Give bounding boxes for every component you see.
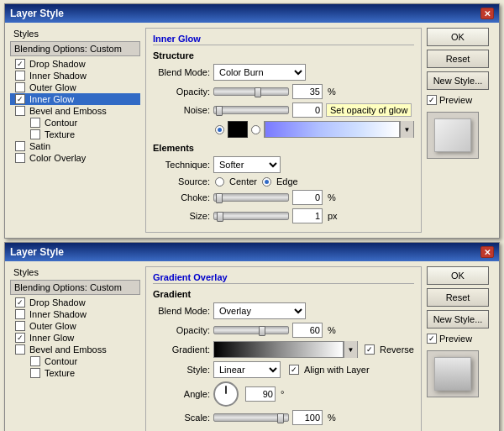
gradient-dropdown-arrow-1[interactable]: ▼ (400, 121, 413, 138)
blending-options-1[interactable]: Blending Options: Custom (10, 41, 140, 56)
scale-slider-2[interactable] (213, 413, 289, 422)
opacity-input-2[interactable]: 60 (292, 323, 323, 338)
title-1: Layer Style (10, 8, 64, 19)
sidebar-item-outer-glow-2[interactable]: Outer Glow (10, 320, 140, 332)
checkbox-bevel-2[interactable] (15, 344, 25, 355)
blend-mode-label-1: Blend Mode: (153, 67, 210, 77)
opacity-label-1: Opacity: (153, 87, 210, 97)
checkbox-satin-1[interactable] (15, 141, 25, 151)
align-layer-checkbox-2[interactable] (289, 365, 299, 375)
blend-mode-select-2[interactable]: Overlay Normal Color Burn (213, 302, 306, 319)
sidebar-item-outer-glow-1[interactable]: Outer Glow (10, 81, 140, 93)
checkbox-outer-glow-1[interactable] (15, 82, 25, 92)
checkbox-bevel-1[interactable] (15, 106, 25, 116)
size-slider-1[interactable] (213, 212, 289, 220)
checkbox-contour-1[interactable] (30, 118, 40, 128)
section-title-2: Gradient Overlay (153, 272, 414, 284)
label-texture-2: Texture (45, 368, 75, 378)
label-outer-glow-2: Outer Glow (29, 321, 76, 331)
style-select-2[interactable]: Linear Radial Angle (213, 361, 281, 378)
new-style-button-1[interactable]: New Style... (427, 71, 489, 90)
sidebar-item-texture-1[interactable]: Texture (10, 129, 140, 140)
style-label-2: Style: (153, 365, 210, 375)
gradient-dropdown-2[interactable]: ▼ (213, 341, 358, 358)
right-panel-2: OK Reset New Style... Preview (427, 266, 494, 431)
checkbox-inner-shadow-2[interactable] (15, 309, 25, 319)
center-panel-2: Gradient Overlay Gradient Blend Mode: Ov… (145, 266, 422, 431)
sidebar-item-bevel-2[interactable]: Bevel and Emboss (10, 344, 140, 355)
ok-button-2[interactable]: OK (427, 266, 489, 285)
checkbox-inner-shadow-1[interactable] (15, 71, 25, 81)
reverse-checkbox-2[interactable] (365, 344, 375, 355)
preview-check-2[interactable] (427, 334, 437, 344)
close-button-2[interactable]: ✕ (480, 246, 494, 258)
ok-button-1[interactable]: OK (427, 28, 489, 46)
sidebar-item-contour-2[interactable]: Contour (10, 355, 140, 367)
radio-edge-1[interactable] (262, 177, 271, 187)
reset-button-1[interactable]: Reset (427, 50, 489, 68)
close-button-1[interactable]: ✕ (480, 8, 494, 19)
checkbox-texture-2[interactable] (30, 368, 40, 378)
size-input-1[interactable]: 1 (292, 208, 323, 223)
blend-mode-select-1[interactable]: Color Burn Normal Overlay (213, 64, 306, 81)
checkbox-drop-shadow-1[interactable] (15, 59, 25, 69)
opacity-slider-2[interactable] (213, 326, 289, 334)
scale-input-2[interactable]: 100 (292, 410, 323, 425)
sidebar-item-color-overlay-1[interactable]: Color Overlay (10, 152, 140, 164)
label-bevel-2: Bevel and Emboss (29, 344, 107, 355)
checkbox-texture-1[interactable] (30, 129, 40, 139)
checkbox-color-overlay-1[interactable] (15, 153, 25, 163)
sidebar-item-satin-1[interactable]: Satin (10, 140, 140, 152)
blend-mode-row-1: Blend Mode: Color Burn Normal Overlay (153, 64, 414, 81)
technique-select-1[interactable]: Softer Precise (213, 156, 281, 173)
technique-label-1: Technique: (153, 160, 210, 170)
noise-slider-1[interactable] (213, 106, 289, 114)
gradient-preview-1[interactable] (265, 121, 400, 138)
angle-dial-2[interactable] (213, 381, 239, 407)
color-row-1: ▼ (153, 121, 414, 138)
angle-input-2[interactable]: 90 (245, 386, 276, 402)
sidebar-item-texture-2[interactable]: Texture (10, 367, 140, 379)
sidebar-item-drop-shadow-1[interactable]: Drop Shadow (10, 58, 140, 70)
opacity-slider-1[interactable] (213, 87, 289, 96)
checkbox-outer-glow-2[interactable] (15, 321, 25, 331)
label-satin-1: Satin (29, 141, 50, 151)
sidebar-item-bevel-1[interactable]: Bevel and Emboss (10, 105, 140, 117)
checkbox-inner-glow-1[interactable] (15, 94, 25, 104)
choke-input-1[interactable]: 0 (292, 190, 323, 205)
preview-inner-1 (434, 118, 471, 152)
dialog-body-1: Styles Blending Options: Custom Drop Sha… (5, 23, 499, 238)
choke-row-1: Choke: 0 % (153, 190, 414, 205)
noise-input-1[interactable]: 0 (292, 102, 323, 118)
sidebar-item-drop-shadow-2[interactable]: Drop Shadow (10, 297, 140, 308)
radio-color-1[interactable] (215, 125, 224, 134)
sidebar-item-inner-glow-1[interactable]: Inner Glow (10, 93, 140, 105)
sidebar-item-inner-glow-2[interactable]: Inner Glow (10, 332, 140, 344)
opacity-input-1[interactable]: 35 (292, 84, 323, 99)
new-style-button-2[interactable]: New Style... (427, 310, 489, 329)
color-swatch-1[interactable] (228, 121, 248, 138)
reset-button-2[interactable]: Reset (427, 288, 489, 307)
checkbox-drop-shadow-2[interactable] (15, 297, 25, 307)
opacity-unit-1: % (328, 87, 336, 97)
gradient-dropdown-1[interactable]: ▼ (264, 121, 414, 138)
blend-mode-label-2: Blend Mode: (153, 306, 210, 316)
set-opacity-tooltip-1: Set opacity of glow (326, 103, 412, 117)
gradient-row-label-2: Gradient: (153, 344, 210, 355)
sidebar-item-contour-1[interactable]: Contour (10, 117, 140, 129)
checkbox-contour-2[interactable] (30, 356, 40, 366)
gradient-dropdown-arrow-2[interactable]: ▼ (344, 341, 357, 358)
styles-label-1: Styles (10, 28, 140, 39)
choke-slider-1[interactable] (213, 193, 289, 202)
radio-gradient-1[interactable] (251, 125, 260, 134)
sidebar-item-inner-shadow-1[interactable]: Inner Shadow (10, 70, 140, 81)
title-bar-1: Layer Style ✕ (5, 4, 499, 23)
sidebar-item-inner-shadow-2[interactable]: Inner Shadow (10, 308, 140, 320)
edge-label-1: Edge (276, 176, 298, 187)
preview-check-1[interactable] (427, 95, 437, 105)
label-color-overlay-1: Color Overlay (29, 153, 86, 163)
elements-title-1: Elements (153, 143, 414, 153)
blending-options-2[interactable]: Blending Options: Custom (10, 280, 140, 295)
radio-center-1[interactable] (215, 177, 224, 187)
checkbox-inner-glow-2[interactable] (15, 333, 25, 343)
